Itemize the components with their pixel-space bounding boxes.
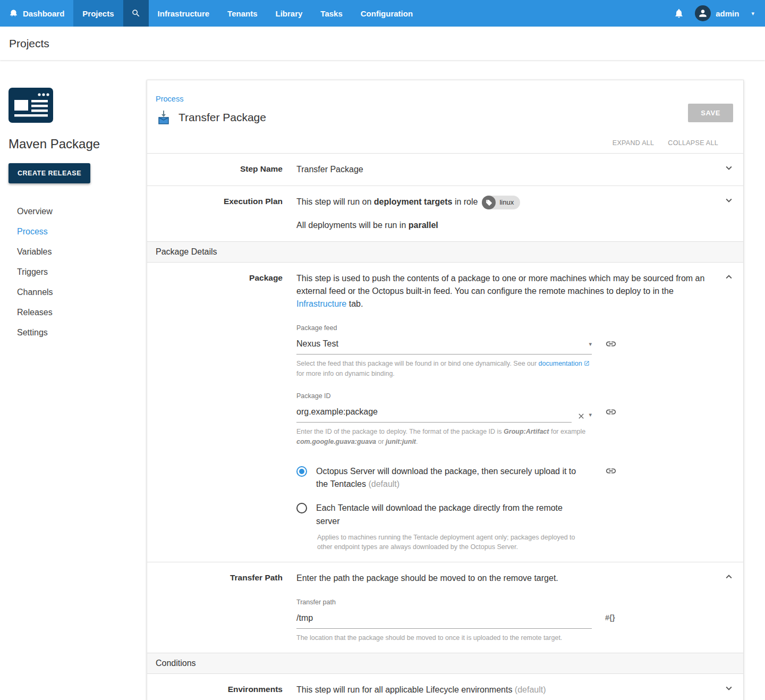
execution-plan-label: Execution Plan bbox=[147, 196, 283, 232]
step-name-row: Step Name Transfer Package bbox=[147, 153, 743, 185]
user-menu-caret-icon: ▾ bbox=[751, 10, 754, 17]
package-id-helper: Enter the ID of the package to deploy. T… bbox=[296, 427, 592, 447]
project-nav: Overview Process Variables Triggers Chan… bbox=[8, 201, 147, 343]
radio-unselected-icon[interactable] bbox=[296, 503, 307, 513]
transfer-path-intro: Enter the path the package should be mov… bbox=[296, 572, 706, 585]
transfer-path-field-label: Transfer path bbox=[296, 597, 592, 608]
transfer-path-value: /tmp bbox=[296, 612, 592, 625]
collapse-all-link[interactable]: COLLAPSE ALL bbox=[668, 139, 718, 147]
package-row: Package This step is used to push the co… bbox=[147, 262, 743, 562]
package-feed-helper: Select the feed that this package will b… bbox=[296, 359, 592, 379]
nav-label-projects: Projects bbox=[82, 9, 114, 18]
project-name: Maven Package bbox=[8, 137, 147, 151]
environments-summary: This step will run for all applicable Li… bbox=[296, 685, 546, 694]
role-chip-linux[interactable]: linux bbox=[482, 196, 520, 209]
transfer-path-input[interactable]: /tmp bbox=[296, 612, 592, 629]
role-chip-label: linux bbox=[499, 197, 514, 208]
execution-plan-summary: This step will run on deployment targets… bbox=[296, 196, 706, 209]
chevron-up-icon[interactable] bbox=[723, 571, 735, 583]
select-caret-icon: ▾ bbox=[589, 340, 592, 349]
download-options-helper: Applies to machines running the Tentacle… bbox=[317, 533, 583, 553]
environments-row: Environments This step will run for all … bbox=[147, 673, 743, 700]
infrastructure-link[interactable]: Infrastructure bbox=[296, 299, 346, 308]
chevron-down-icon[interactable] bbox=[723, 162, 735, 174]
execution-plan-parallel: All deployments will be run in parallel bbox=[296, 219, 706, 232]
chevron-down-icon[interactable] bbox=[723, 682, 735, 694]
sidebar-item-triggers[interactable]: Triggers bbox=[17, 262, 147, 282]
user-avatar bbox=[695, 5, 711, 21]
nav-label-infrastructure: Infrastructure bbox=[158, 9, 210, 18]
section-header-package-details: Package Details bbox=[147, 241, 743, 262]
clear-package-id-icon[interactable] bbox=[577, 412, 585, 420]
nav-item-infrastructure[interactable]: Infrastructure bbox=[149, 0, 219, 27]
search-nav-button[interactable] bbox=[123, 0, 149, 27]
nav-label-tasks: Tasks bbox=[320, 9, 342, 18]
step-name-value: Transfer Package bbox=[296, 165, 363, 174]
step-title: Transfer Package bbox=[178, 111, 266, 124]
sidebar-item-variables[interactable]: Variables bbox=[17, 242, 147, 262]
radio-option-each-tentacle[interactable]: Each Tentacle will download the package … bbox=[296, 502, 583, 528]
chevron-up-icon[interactable] bbox=[723, 271, 735, 283]
nav-item-tasks[interactable]: Tasks bbox=[311, 0, 351, 27]
nav-item-library[interactable]: Library bbox=[267, 0, 312, 27]
sidebar-item-channels[interactable]: Channels bbox=[17, 282, 147, 302]
package-id-value: org.example:package bbox=[296, 406, 572, 418]
top-navigation: Dashboard Projects Infrastructure Tenant… bbox=[0, 0, 765, 27]
package-feed-value: Nexus Test bbox=[296, 338, 584, 350]
project-sidebar: Maven Package CREATE RELEASE Overview Pr… bbox=[0, 60, 147, 343]
nav-label-dashboard: Dashboard bbox=[23, 9, 64, 18]
expand-all-link[interactable]: EXPAND ALL bbox=[613, 139, 654, 147]
tag-icon bbox=[482, 196, 496, 209]
radio-selected-icon[interactable] bbox=[296, 466, 307, 477]
transfer-path-row: Transfer Path Enter the path the package… bbox=[147, 562, 743, 653]
transfer-package-step-icon bbox=[156, 109, 172, 125]
package-id-field-label: Package ID bbox=[296, 391, 592, 401]
nav-label-configuration: Configuration bbox=[361, 9, 413, 18]
user-menu[interactable]: admin ▾ bbox=[695, 5, 754, 21]
sidebar-item-overview[interactable]: Overview bbox=[17, 201, 147, 222]
search-icon bbox=[131, 9, 141, 18]
sidebar-item-settings[interactable]: Settings bbox=[17, 323, 147, 343]
section-header-conditions: Conditions bbox=[147, 653, 743, 673]
package-feed-select[interactable]: Nexus Test ▾ bbox=[296, 338, 592, 355]
notifications-bell-icon[interactable] bbox=[674, 8, 684, 19]
external-link-icon bbox=[584, 360, 590, 366]
package-intro: This step is used to push the contents o… bbox=[296, 272, 706, 310]
nav-label-tenants: Tenants bbox=[227, 9, 257, 18]
nav-item-tenants[interactable]: Tenants bbox=[218, 0, 266, 27]
insert-variable-button[interactable]: #{} bbox=[605, 612, 615, 623]
nav-item-dashboard[interactable]: Dashboard bbox=[0, 0, 73, 27]
environments-label: Environments bbox=[147, 684, 283, 696]
bind-variable-link-icon[interactable] bbox=[605, 465, 617, 477]
page-title: Projects bbox=[9, 37, 49, 50]
documentation-link[interactable]: documentation bbox=[539, 360, 582, 367]
package-id-input[interactable]: org.example:package bbox=[296, 406, 572, 423]
step-editor-header: Process Transfer Package SAVE EXPAND ALL… bbox=[147, 80, 743, 153]
step-editor-card: Process Transfer Package SAVE EXPAND ALL… bbox=[147, 80, 744, 700]
project-logo-icon bbox=[8, 88, 147, 123]
octopus-logo-icon bbox=[9, 9, 18, 18]
nav-item-configuration[interactable]: Configuration bbox=[352, 0, 422, 27]
user-name: admin bbox=[716, 9, 739, 18]
create-release-button[interactable]: CREATE RELEASE bbox=[8, 163, 90, 183]
nav-item-projects[interactable]: Projects bbox=[73, 0, 123, 27]
package-id-caret-icon[interactable]: ▾ bbox=[589, 410, 592, 419]
nav-label-library: Library bbox=[276, 9, 303, 18]
bind-variable-link-icon[interactable] bbox=[605, 338, 617, 350]
page-title-bar: Projects bbox=[0, 27, 765, 60]
transfer-path-helper: The location that the package should be … bbox=[296, 633, 592, 643]
sidebar-item-process[interactable]: Process bbox=[17, 222, 147, 242]
save-button[interactable]: SAVE bbox=[688, 104, 733, 122]
bind-variable-link-icon[interactable] bbox=[605, 406, 617, 418]
transfer-path-label: Transfer Path bbox=[147, 572, 283, 643]
radio-option-octopus-server[interactable]: Octopus Server will download the package… bbox=[296, 465, 583, 492]
execution-plan-row: Execution Plan This step will run on dep… bbox=[147, 185, 743, 241]
step-name-label: Step Name bbox=[147, 163, 283, 176]
package-label: Package bbox=[147, 272, 283, 552]
process-breadcrumb-link[interactable]: Process bbox=[156, 95, 183, 103]
package-feed-field-label: Package feed bbox=[296, 323, 592, 333]
sidebar-item-releases[interactable]: Releases bbox=[17, 302, 147, 323]
chevron-down-icon[interactable] bbox=[723, 195, 735, 206]
